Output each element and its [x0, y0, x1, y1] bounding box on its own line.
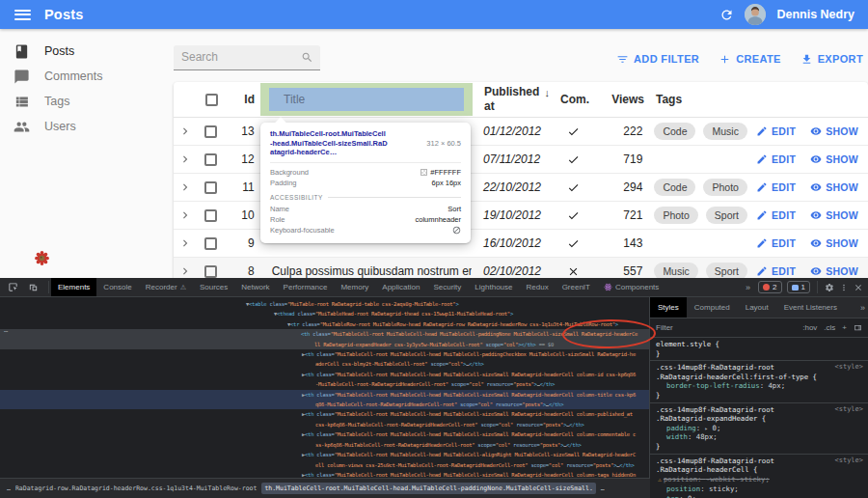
- pseudo-state-toggle[interactable]: :hov: [802, 323, 817, 332]
- css-declaration[interactable]: padding: ▸ 0;: [656, 424, 862, 433]
- devtools-tab-security[interactable]: Security: [426, 278, 468, 296]
- edit-button[interactable]: EDIT: [756, 265, 796, 277]
- sidebar-item-tags[interactable]: Tags: [0, 89, 174, 114]
- row-checkbox[interactable]: [204, 237, 217, 250]
- devtools-tab-redux[interactable]: Redux: [520, 278, 556, 296]
- edit-button[interactable]: EDIT: [756, 209, 796, 221]
- devtools-tab-network[interactable]: Network: [234, 278, 276, 296]
- style-rule[interactable]: <style> .css-14mup8f-RaDatagrid-root.RaD…: [650, 455, 868, 498]
- show-button[interactable]: SHOW: [810, 265, 858, 277]
- expand-row-button[interactable]: [174, 264, 197, 278]
- elements-tree-line[interactable]: ▶<th class="MuiTableCell-root MuiTableCe…: [0, 390, 649, 410]
- edit-button[interactable]: EDIT: [756, 153, 796, 165]
- devtools-tab-console[interactable]: Console: [96, 278, 138, 296]
- new-style-rule-button[interactable]: +: [842, 323, 847, 332]
- sidebar-item-comments[interactable]: Comments: [0, 64, 174, 89]
- style-rule[interactable]: element.style {}: [650, 338, 868, 361]
- style-origin[interactable]: <style>: [834, 363, 863, 373]
- show-button[interactable]: SHOW: [810, 237, 858, 249]
- edit-button[interactable]: EDIT: [756, 125, 796, 137]
- edit-button[interactable]: EDIT: [756, 181, 796, 193]
- edit-button[interactable]: EDIT: [756, 237, 796, 249]
- more-tabs-chevron[interactable]: »: [743, 283, 753, 292]
- styles-tab-event-listeners[interactable]: Event Listeners: [776, 297, 845, 318]
- breadcrumb-item[interactable]: …: [601, 484, 605, 492]
- devtools-settings-button[interactable]: [825, 283, 834, 292]
- devtools-tab-sources[interactable]: Sources: [193, 278, 234, 296]
- elements-tree-line[interactable]: ▶<th class="MuiTableCell-root MuiTableCe…: [0, 370, 649, 390]
- devtools-tab-recorder[interactable]: Recorder⚠: [139, 278, 193, 296]
- style-origin[interactable]: <style>: [834, 456, 863, 466]
- class-toggle[interactable]: .cls: [824, 323, 835, 332]
- toggle-sidebar-icon[interactable]: [854, 323, 862, 332]
- select-all-checkbox[interactable]: [205, 94, 218, 106]
- header-published-at[interactable]: Published at ↓: [473, 85, 552, 114]
- error-badge[interactable]: 2: [758, 281, 781, 293]
- create-button[interactable]: CREATE: [719, 52, 781, 66]
- menu-hamburger-icon[interactable]: [14, 10, 31, 20]
- tag-chip[interactable]: Music: [703, 123, 746, 140]
- breadcrumb-item[interactable]: RaDatagrid-row.RaDatagrid-headerRow.css-…: [15, 484, 257, 492]
- user-name[interactable]: Dennis Nedry: [776, 8, 854, 21]
- row-checkbox[interactable]: [204, 265, 217, 278]
- styles-tab-layout[interactable]: Layout: [738, 297, 776, 318]
- devtools-tab-lighthouse[interactable]: Lighthouse: [468, 278, 519, 296]
- expand-row-button[interactable]: [174, 208, 197, 222]
- header-commentable[interactable]: Com.: [552, 93, 598, 106]
- show-button[interactable]: SHOW: [810, 153, 858, 165]
- row-checkbox[interactable]: [204, 209, 217, 222]
- expand-row-button[interactable]: [174, 152, 197, 166]
- devtools-close-button[interactable]: [854, 283, 863, 292]
- expand-row-button[interactable]: [174, 180, 197, 194]
- elements-tree-line[interactable]: ▶<th class="MuiTableCell-root MuiTableCe…: [0, 450, 649, 470]
- devtools-tab-elements[interactable]: Elements: [51, 278, 96, 296]
- css-declaration[interactable]: position: sticky;: [656, 484, 862, 494]
- device-toolbar-button[interactable]: [23, 282, 43, 292]
- style-origin[interactable]: <style>: [834, 405, 863, 415]
- styles-filter-input[interactable]: Filter: [656, 323, 673, 332]
- tree-gutter-ellipsis[interactable]: …: [4, 326, 8, 334]
- row-checkbox[interactable]: [204, 153, 217, 166]
- expand-row-button[interactable]: [174, 236, 197, 250]
- elements-tree-line[interactable]: ▶<th class="MuiTableCell-root MuiTableCe…: [0, 349, 649, 370]
- header-tags[interactable]: Tags: [644, 93, 758, 106]
- refresh-button[interactable]: [719, 6, 734, 23]
- header-title[interactable]: Title: [260, 82, 473, 117]
- header-views[interactable]: Views: [598, 93, 644, 106]
- elements-tree-line[interactable]: ▼<thead class="MuiTableHead-root RaDatag…: [0, 309, 649, 318]
- header-id[interactable]: Id: [226, 93, 260, 106]
- tag-chip[interactable]: Photo: [654, 207, 697, 224]
- elements-tree-line[interactable]: ▶<th class="MuiTableCell-root MuiTableCe…: [0, 409, 649, 429]
- devtools-tab-memory[interactable]: Memory: [334, 278, 375, 296]
- tag-chip[interactable]: Code: [654, 123, 695, 140]
- css-declaration[interactable]: border-top-left-radius: 4px;: [656, 381, 862, 391]
- issues-badge[interactable]: 1: [787, 281, 810, 293]
- tag-chip[interactable]: Sport: [706, 207, 747, 224]
- css-declaration[interactable]: width: 48px;: [656, 432, 862, 442]
- row-checkbox[interactable]: [204, 125, 217, 138]
- css-declaration[interactable]: top: 0;: [656, 494, 862, 498]
- breadcrumb-item[interactable]: th.MuiTableCell-root.MuiTableCell-head.M…: [261, 483, 595, 494]
- row-checkbox[interactable]: [204, 181, 217, 194]
- show-button[interactable]: SHOW: [810, 125, 858, 137]
- more-sidebar-tabs-chevron[interactable]: »: [857, 303, 868, 313]
- avatar[interactable]: [745, 4, 766, 25]
- styles-tab-styles[interactable]: Styles: [650, 297, 687, 318]
- show-button[interactable]: SHOW: [810, 209, 858, 221]
- show-button[interactable]: SHOW: [810, 181, 858, 193]
- search-input[interactable]: Search: [174, 45, 320, 70]
- style-rule[interactable]: <style> .css-14mup8f-RaDatagrid-root.RaD…: [650, 403, 868, 455]
- elements-tree-line[interactable]: ▼<tr class="MuiTableRow-root MuiTableRow…: [0, 319, 649, 329]
- add-filter-button[interactable]: ADD FILTER: [616, 52, 699, 66]
- inspect-element-button[interactable]: [3, 282, 23, 292]
- expand-row-button[interactable]: [174, 124, 197, 138]
- sidebar-item-posts[interactable]: Posts: [0, 39, 174, 64]
- style-rule[interactable]: <style> .css-14mup8f-RaDatagrid-root.RaD…: [650, 361, 868, 402]
- tag-chip[interactable]: Code: [654, 179, 695, 196]
- tag-chip[interactable]: Photo: [703, 179, 746, 196]
- sidebar-item-users[interactable]: Users: [0, 114, 174, 139]
- css-declaration[interactable]: ⚠position: -webkit-sticky;: [656, 475, 862, 485]
- export-button[interactable]: EXPORT: [800, 52, 863, 66]
- breadcrumb-item[interactable]: …: [7, 484, 11, 492]
- devtools-tab-application[interactable]: Application: [375, 278, 426, 296]
